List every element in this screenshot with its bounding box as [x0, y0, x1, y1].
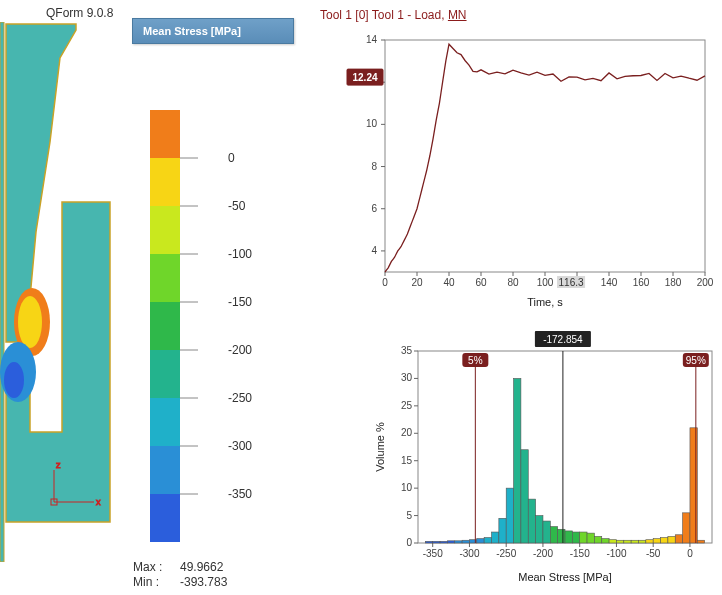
colorbar-tick: -100 — [228, 247, 252, 261]
svg-text:140: 140 — [601, 277, 618, 288]
colorbar-swatch — [150, 110, 180, 158]
colorbar-swatch — [150, 302, 180, 350]
hist-bar — [433, 541, 440, 543]
svg-text:100: 100 — [537, 277, 554, 288]
hist-bar — [521, 450, 528, 543]
colorbar-tick: -150 — [228, 295, 252, 309]
svg-text:6: 6 — [371, 203, 377, 214]
svg-text:10: 10 — [401, 482, 413, 493]
legend-header: Mean Stress [MPa] — [132, 18, 294, 44]
svg-text:-100: -100 — [606, 548, 626, 559]
hist-bar — [594, 536, 601, 543]
hist-bar — [580, 532, 587, 543]
hist-bar — [543, 521, 550, 543]
min-value: -393.783 — [180, 575, 227, 589]
svg-text:5%: 5% — [468, 355, 483, 366]
svg-text:Mean Stress [MPa]: Mean Stress [MPa] — [518, 571, 612, 583]
svg-text:14: 14 — [366, 34, 378, 45]
svg-text:-300: -300 — [459, 548, 479, 559]
svg-text:0: 0 — [382, 277, 388, 288]
svg-point-9 — [18, 296, 42, 348]
hist-bar — [514, 378, 521, 543]
svg-text:4: 4 — [371, 245, 377, 256]
hist-bar — [425, 541, 432, 543]
hist-bar — [484, 538, 491, 543]
svg-text:-150: -150 — [570, 548, 590, 559]
app-title: QForm 9.0.8 — [46, 6, 113, 20]
svg-text:Time, s: Time, s — [527, 296, 563, 308]
hist-bar — [447, 541, 454, 543]
hist-bar — [631, 540, 638, 543]
load-chart-title: Tool 1 [0] Tool 1 - Load, MN — [320, 8, 467, 22]
max-label: Max : — [133, 560, 162, 574]
svg-text:-250: -250 — [496, 548, 516, 559]
svg-text:20: 20 — [401, 427, 413, 438]
hist-bar — [661, 538, 668, 543]
svg-text:60: 60 — [475, 277, 487, 288]
colorbar-tick: -350 — [228, 487, 252, 501]
load-chart-title-text: Tool 1 [0] Tool 1 - Load, — [320, 8, 448, 22]
colorbar-tick: -50 — [228, 199, 246, 213]
svg-text:-350: -350 — [423, 548, 443, 559]
hist-bar — [558, 529, 565, 543]
svg-text:0: 0 — [687, 548, 693, 559]
hist-bar — [602, 539, 609, 543]
svg-text:z: z — [56, 460, 61, 470]
svg-text:8: 8 — [371, 161, 377, 172]
hist-bar — [477, 539, 484, 543]
svg-text:35: 35 — [401, 345, 413, 356]
svg-point-11 — [4, 362, 24, 398]
colorbar-swatch — [150, 398, 180, 446]
colorbar-tick: -300 — [228, 439, 252, 453]
colorbar-swatch — [150, 158, 180, 206]
svg-text:30: 30 — [401, 372, 413, 383]
hist-bar — [683, 513, 690, 543]
hist-bar — [675, 535, 682, 543]
colorbar-tick: 0 — [228, 151, 235, 165]
colorbar-swatch — [150, 206, 180, 254]
histogram-chart[interactable]: 05101520253035-350-300-250-200-150-100-5… — [370, 325, 720, 585]
svg-text:10: 10 — [366, 118, 378, 129]
hist-bar — [528, 499, 535, 543]
svg-text:200: 200 — [697, 277, 714, 288]
svg-text:x: x — [96, 497, 101, 507]
colorbar-tick: -250 — [228, 391, 252, 405]
colorbar: 0-50-100-150-200-250-300-350 — [150, 110, 310, 570]
hist-bar — [499, 518, 506, 543]
hist-bar — [668, 536, 675, 543]
colorbar-swatch — [150, 350, 180, 398]
svg-rect-57 — [418, 351, 712, 543]
svg-text:95%: 95% — [686, 355, 706, 366]
svg-text:Volume %: Volume % — [374, 422, 386, 472]
hist-bar — [697, 540, 704, 543]
min-label: Min : — [133, 575, 159, 589]
svg-text:40: 40 — [443, 277, 455, 288]
hist-bar — [455, 541, 462, 543]
svg-text:12.24: 12.24 — [352, 72, 377, 83]
svg-text:-172.854: -172.854 — [543, 334, 583, 345]
hist-bar — [506, 488, 513, 543]
load-chart-unit: MN — [448, 8, 467, 22]
hist-bar — [462, 540, 469, 543]
svg-text:116.3: 116.3 — [559, 277, 584, 288]
max-value: 49.9662 — [180, 560, 223, 574]
svg-text:-200: -200 — [533, 548, 553, 559]
hist-bar — [609, 540, 616, 543]
model-viewport[interactable]: z x — [0, 22, 150, 562]
svg-text:160: 160 — [633, 277, 650, 288]
axis-wall — [0, 22, 4, 562]
hist-bar — [440, 541, 447, 543]
hist-bar — [492, 532, 499, 543]
svg-text:5: 5 — [406, 510, 412, 521]
hist-bar — [536, 516, 543, 543]
load-series — [385, 44, 705, 272]
hist-bar — [639, 540, 646, 543]
load-chart[interactable]: 468101214020406080100120140160180200Time… — [345, 30, 715, 310]
hist-bar — [624, 540, 631, 543]
colorbar-swatch — [150, 254, 180, 302]
hist-bar — [616, 540, 623, 543]
colorbar-swatch — [150, 446, 180, 494]
svg-text:-50: -50 — [646, 548, 661, 559]
svg-text:15: 15 — [401, 455, 413, 466]
hist-bar — [646, 540, 653, 543]
